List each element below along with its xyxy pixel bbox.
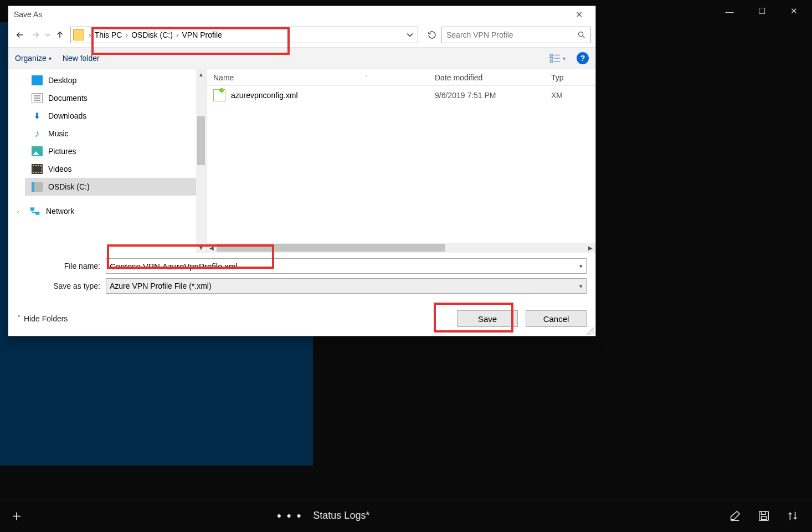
nav-item-pictures[interactable]: Pictures: [25, 142, 207, 160]
folder-icon: [73, 29, 84, 40]
downloads-icon: ⬇: [32, 111, 43, 121]
nav-forward-button[interactable]: [28, 28, 43, 42]
sync-arrows-icon[interactable]: [787, 510, 799, 522]
scroll-right-icon[interactable]: ▶: [585, 245, 595, 251]
search-input[interactable]: [446, 30, 577, 39]
nav-item-videos[interactable]: Videos: [25, 160, 207, 178]
save-type-label: Save as type:: [17, 282, 106, 290]
nav-item-label: Downloads: [48, 111, 86, 120]
dialog-close-button[interactable]: ✕: [568, 9, 590, 20]
svg-point-2: [579, 32, 583, 37]
videos-icon: [32, 164, 43, 174]
file-date: 9/6/2019 7:51 PM: [428, 91, 544, 100]
save-button-label: Save: [478, 314, 497, 324]
nav-up-button[interactable]: [53, 28, 67, 42]
view-options-button[interactable]: ▾: [549, 54, 566, 63]
file-list-pane: Name ˄ Date modified Typ azurevpnconfig.…: [207, 69, 595, 253]
file-name: azurevpnconfig.xml: [231, 91, 298, 100]
breadcrumb-segment[interactable]: OSDisk (C:): [129, 30, 175, 39]
scroll-down-icon[interactable]: ▼: [196, 243, 206, 253]
bg-maximize-button[interactable]: ☐: [757, 6, 767, 16]
nav-item-label: Network: [46, 207, 74, 216]
scrollbar-thumb[interactable]: [197, 116, 205, 165]
nav-item-label: OSDisk (C:): [48, 182, 90, 191]
dialog-footer: ˄ Hide Folders Save Cancel: [8, 301, 595, 336]
expand-chevron-icon: ›: [17, 208, 24, 214]
breadcrumb-sep-icon: ›: [175, 30, 180, 39]
nav-item-downloads[interactable]: ⬇ Downloads: [25, 107, 207, 125]
address-dropdown-icon[interactable]: [407, 32, 413, 38]
file-name-label: File name:: [17, 262, 106, 270]
cancel-button-label: Cancel: [543, 314, 569, 324]
dialog-nav-row: › This PC › OSDisk (C:) › VPN Profile: [8, 23, 595, 47]
save-disk-icon[interactable]: [758, 510, 770, 522]
refresh-button[interactable]: [424, 27, 440, 43]
scroll-left-icon[interactable]: ◀: [207, 245, 217, 251]
resize-grip[interactable]: [587, 327, 594, 335]
column-header-date[interactable]: Date modified: [428, 69, 544, 85]
bg-more-button[interactable]: • • •: [277, 509, 302, 523]
organize-menu[interactable]: Organize ▾: [15, 54, 52, 63]
col-label: Name: [213, 73, 307, 82]
nav-item-desktop[interactable]: Desktop: [25, 71, 207, 89]
column-header-type[interactable]: Typ: [544, 69, 595, 85]
nav-item-label: Documents: [48, 94, 88, 103]
bg-minimize-button[interactable]: —: [724, 7, 734, 16]
save-type-combo[interactable]: Azure VPN Profile File (*.xml) ▾: [106, 278, 587, 294]
search-box[interactable]: [441, 27, 591, 43]
save-type-value: Azure VPN Profile File (*.xml): [110, 282, 212, 290]
breadcrumb-segment[interactable]: VPN Profile: [179, 30, 224, 39]
nav-scrollbar[interactable]: ▲ ▼: [196, 69, 206, 253]
file-name-combo[interactable]: ▾: [106, 258, 587, 274]
chevron-up-icon: ˄: [17, 315, 20, 323]
nav-recent-dropdown[interactable]: [44, 28, 52, 42]
bg-close-button[interactable]: ✕: [789, 6, 799, 16]
address-bar[interactable]: › This PC › OSDisk (C:) › VPN Profile: [70, 27, 418, 43]
file-hscrollbar[interactable]: ◀ ▶: [207, 243, 595, 253]
network-icon: [29, 206, 40, 216]
save-button[interactable]: Save: [457, 310, 518, 327]
file-row[interactable]: azurevpnconfig.xml 9/6/2019 7:51 PM XM: [207, 86, 595, 105]
nav-item-label: Pictures: [48, 147, 76, 156]
svg-rect-3: [550, 54, 553, 56]
nav-item-network[interactable]: › Network: [17, 202, 205, 220]
new-folder-button[interactable]: New folder: [63, 54, 100, 63]
column-header-name[interactable]: Name ˄: [207, 69, 428, 85]
sort-indicator-icon: ˄: [365, 75, 368, 80]
cancel-button[interactable]: Cancel: [526, 310, 587, 327]
file-name-input[interactable]: [110, 262, 579, 271]
chevron-down-icon[interactable]: ▾: [579, 283, 583, 290]
col-label: Date modified: [435, 73, 482, 82]
column-headers: Name ˄ Date modified Typ: [207, 69, 595, 86]
desktop-icon: [32, 75, 43, 85]
svg-rect-9: [30, 207, 35, 211]
hide-folders-toggle[interactable]: ˄ Hide Folders: [17, 314, 68, 323]
nav-item-music[interactable]: ♪ Music: [25, 125, 207, 142]
chevron-down-icon[interactable]: ▾: [579, 263, 583, 270]
svg-rect-1: [761, 516, 766, 519]
file-list[interactable]: azurevpnconfig.xml 9/6/2019 7:51 PM XM: [207, 86, 595, 243]
nav-item-documents[interactable]: Documents: [25, 89, 207, 107]
scroll-up-icon[interactable]: ▲: [196, 69, 206, 79]
documents-icon: [32, 93, 43, 103]
dialog-toolbar: Organize ▾ New folder ▾ ?: [8, 47, 595, 69]
search-icon[interactable]: [577, 30, 586, 39]
file-type: XM: [544, 91, 595, 100]
svg-rect-4: [550, 57, 553, 59]
eraser-icon[interactable]: [729, 510, 741, 522]
new-folder-label: New folder: [63, 54, 100, 63]
bg-add-button[interactable]: ＋: [0, 506, 33, 525]
breadcrumb-sep-icon: ›: [124, 30, 129, 39]
chevron-down-icon: ▾: [563, 55, 566, 62]
hide-folders-label: Hide Folders: [24, 314, 68, 323]
scrollbar-thumb[interactable]: [217, 244, 445, 252]
breadcrumb-sep-icon: ›: [88, 30, 92, 39]
chevron-down-icon: ▾: [49, 55, 52, 62]
breadcrumb-segment[interactable]: This PC: [92, 30, 125, 39]
help-button[interactable]: ?: [577, 52, 589, 64]
music-icon: ♪: [32, 129, 43, 139]
nav-item-label: Desktop: [48, 76, 76, 85]
nav-back-button[interactable]: [13, 28, 27, 42]
nav-item-osdisk[interactable]: OSDisk (C:): [25, 178, 207, 196]
organize-label: Organize: [15, 54, 47, 63]
